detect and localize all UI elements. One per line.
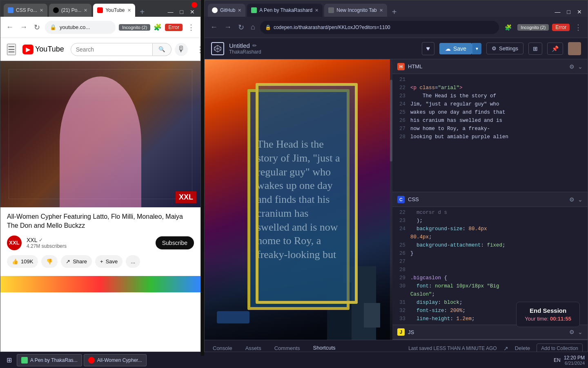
incognito-tab-label: New Incognito Tab: [336, 7, 377, 13]
new-tab-button[interactable]: +: [137, 7, 148, 17]
codepen-preview: The Head is the story of Jim, "just a re…: [205, 59, 392, 340]
view-button[interactable]: ⊞: [528, 43, 542, 55]
tray-lang: EN: [554, 357, 561, 363]
html-panel-settings[interactable]: ⚙: [569, 63, 575, 70]
left-address-bar[interactable]: 🔒 youtube.co...: [45, 21, 116, 34]
heart-button[interactable]: ♥: [422, 42, 435, 55]
codepen-app-icon: [21, 357, 28, 364]
share-button[interactable]: ↗ Share: [61, 255, 92, 268]
html-line-22: 22<p class="arial">: [392, 84, 588, 92]
left-more-button[interactable]: ⋮: [186, 21, 196, 34]
youtube-search-button[interactable]: 🔍: [153, 43, 172, 56]
youtube-logo-text: YouTube: [35, 45, 64, 54]
incognito-tab-close[interactable]: ✕: [379, 8, 383, 13]
start-button[interactable]: ⊞: [3, 355, 15, 366]
right-minimize-button[interactable]: —: [552, 7, 563, 17]
studio-lights: [0, 61, 200, 102]
settings-label: Settings: [499, 45, 518, 52]
twitter-tab-label: (21) Po...: [61, 7, 81, 13]
right-forward-button[interactable]: →: [223, 21, 233, 33]
right-close-button[interactable]: ✕: [575, 7, 584, 17]
codepen-author: ThakaRashard: [229, 49, 261, 55]
taskbar-codepen-app[interactable]: A Pen by ThakaRas...: [17, 354, 82, 366]
right-new-tab-button[interactable]: +: [389, 7, 400, 17]
youtube-logo-icon: ▶: [22, 45, 33, 54]
youtube-tab-label: YouTube: [105, 7, 125, 13]
right-back-button[interactable]: ←: [209, 21, 219, 33]
css-tab-close[interactable]: ✕: [40, 8, 43, 13]
current-time: 12:20 PM: [564, 355, 585, 361]
codepen-favicon: [251, 7, 257, 13]
save-label: Save: [453, 45, 466, 52]
youtube-search-input[interactable]: [71, 43, 153, 56]
pin-button[interactable]: 📌: [547, 43, 563, 55]
external-link-icon[interactable]: ↗: [503, 345, 508, 352]
css-panel-expand[interactable]: ⌄: [578, 196, 583, 203]
more-actions-button[interactable]: ...: [126, 255, 140, 268]
delete-button[interactable]: Delete: [515, 345, 530, 351]
right-url-text: codepen.io/thakarashard/pen/KKLoxJO?edit…: [274, 25, 390, 30]
tab-action-maximize[interactable]: □: [178, 7, 186, 17]
forward-button[interactable]: →: [18, 21, 29, 33]
more-icon: ...: [131, 258, 135, 265]
github-tab-close[interactable]: ✕: [238, 8, 241, 13]
back-button[interactable]: ←: [4, 21, 15, 33]
right-reload-button[interactable]: ↻: [236, 21, 246, 34]
error-badge: Error: [165, 24, 183, 31]
twitter-tab-close[interactable]: ✕: [84, 8, 87, 13]
codepen-tab-close[interactable]: ✕: [315, 8, 318, 13]
taskbar-youtube-app[interactable]: All-Women Cypher...: [84, 354, 147, 366]
user-avatar: [568, 42, 581, 55]
subscribe-button[interactable]: Subscribe: [156, 236, 194, 249]
tab-twitter[interactable]: (21) Po... ✕: [49, 4, 91, 17]
css-panel-icon: C: [397, 196, 405, 203]
html-code-area[interactable]: 21 22<p class="arial"> 23 The Head is th…: [392, 74, 588, 192]
youtube-video-player[interactable]: XXL: [0, 61, 200, 207]
codepen-logo: [211, 42, 224, 55]
js-panel-settings[interactable]: ⚙: [569, 329, 575, 335]
save-button[interactable]: ☁ Save: [439, 43, 472, 54]
timer-prefix: Your time:: [525, 316, 548, 322]
save-icon: +: [100, 258, 103, 265]
current-date: 6/21/2024: [564, 361, 585, 366]
subscriber-count: 4.27M subscribers: [27, 243, 151, 249]
tab-github[interactable]: GitHub ✕: [208, 4, 245, 17]
left-browser: CSS Fo... ✕ (21) Po... ✕ YouTube ✕ + — □…: [0, 0, 201, 356]
right-maximize-button[interactable]: □: [565, 7, 573, 17]
gear-icon: ⚙: [492, 45, 497, 52]
tab-css-fo[interactable]: CSS Fo... ✕: [4, 4, 47, 17]
youtube-more-button[interactable]: ⋮: [194, 43, 200, 56]
css-line-22: 22 mcorsr d s: [392, 209, 588, 217]
tab-youtube[interactable]: YouTube ✕: [93, 4, 135, 17]
channel-row: XXL XXL ✓ 4.27M subscribers Subscribe: [7, 236, 194, 250]
video-actions-row: 👍 109K 👎 ↗ Share + Save ..: [7, 255, 194, 268]
right-home-button[interactable]: ⌂: [249, 21, 257, 33]
channel-name-text: XXL: [27, 237, 37, 243]
youtube-menu-button[interactable]: ☰: [7, 44, 16, 55]
save-dropdown-button[interactable]: ▾: [472, 43, 481, 54]
js-panel-expand[interactable]: ⌄: [578, 329, 583, 335]
like-button[interactable]: 👍 109K: [7, 255, 38, 268]
reload-button[interactable]: ↻: [32, 21, 42, 34]
settings-button[interactable]: ⚙ Settings: [486, 43, 523, 54]
twitter-tab-favicon: [53, 7, 59, 13]
tab-action-close[interactable]: ✕: [187, 7, 197, 17]
right-more-button[interactable]: ⋮: [573, 21, 584, 34]
youtube-tab-close[interactable]: ✕: [127, 8, 131, 13]
youtube-mic-button[interactable]: 🎙: [175, 43, 188, 56]
save-button[interactable]: + Save: [95, 255, 122, 268]
html-panel-expand[interactable]: ⌄: [578, 63, 583, 70]
css-line-26: 26}: [392, 249, 588, 258]
thumbs-up-icon: 👍: [12, 258, 18, 265]
tab-incognito[interactable]: New Incognito Tab ✕: [324, 4, 387, 17]
css-panel-settings[interactable]: ⚙: [569, 196, 575, 203]
tab-action-minimize[interactable]: —: [165, 7, 176, 17]
dislike-button[interactable]: 👎: [41, 255, 58, 268]
timer-value: 00:11:55: [550, 316, 571, 322]
tab-codepen[interactable]: A Pen by ThakaRashard ✕: [247, 4, 323, 17]
right-address-bar[interactable]: 🔒 codepen.io/thakarashard/pen/KKLoxJO?ed…: [260, 21, 499, 34]
edit-title-icon[interactable]: ✏: [252, 43, 257, 49]
end-session-button[interactable]: End Session: [525, 307, 571, 314]
html-line-23: 23 The Head is the story of: [392, 92, 588, 100]
cloud-icon: ☁: [445, 45, 451, 52]
